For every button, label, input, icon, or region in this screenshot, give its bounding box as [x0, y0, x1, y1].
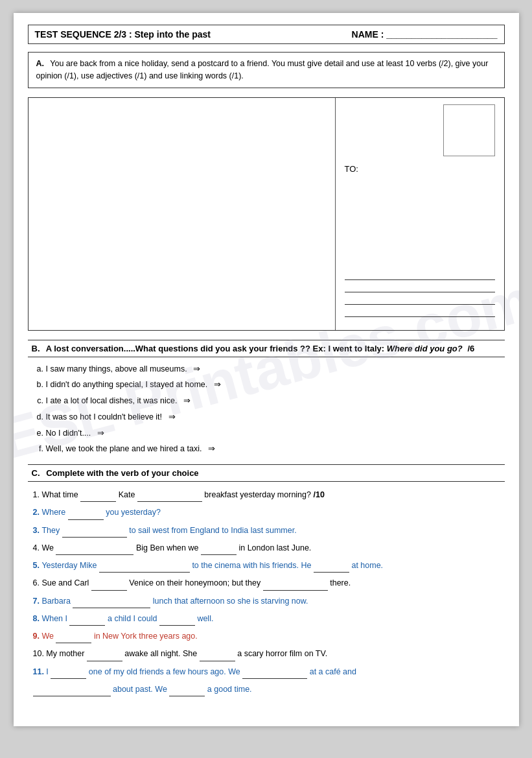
blank [91, 582, 127, 591]
list-item: No I didn't.... ⇒ [46, 427, 505, 440]
blank [99, 563, 190, 573]
list-item: I ate a lot of local dishes, it was nice… [46, 394, 505, 407]
blank [73, 599, 150, 608]
fill-item-11: 11. I one of my old friends a few hours … [33, 665, 500, 679]
section-b-text: A lost conversation.....What questions d… [46, 344, 384, 353]
blank [33, 687, 111, 696]
blank [62, 528, 127, 538]
list-item: It was so hot I couldn't believe it! ⇒ [46, 410, 505, 423]
header-box: TEST SEQUENCE 2/3 : Step into the past N… [28, 25, 505, 44]
stamp-box [443, 104, 495, 156]
item-num: 10. [33, 649, 47, 658]
fill-item-5: 5. Yesterday Mike to the cinema with his… [33, 559, 500, 573]
item-text: No I didn't.... [46, 429, 91, 438]
fill-item-2: 2. Where you yesterday? [33, 506, 500, 519]
list-item: I saw many things, above all museums. ⇒ [46, 362, 505, 375]
section-b-list: I saw many things, above all museums. ⇒ … [46, 362, 505, 456]
item-num: 5. [33, 561, 42, 570]
blank [51, 670, 86, 679]
fill-item-1: 1. What time Kate breakfast yesterday mo… [33, 488, 500, 502]
section-c-header: C. Complete with the verb of your choice [28, 464, 505, 482]
item-text: I ate a lot of local dishes, it was nice… [46, 396, 178, 405]
arrow-icon: ⇒ [214, 378, 221, 391]
list-item: I didn't do anything special, I stayed a… [46, 378, 505, 391]
instruction-box: A. You are back from a nice holiday, sen… [28, 52, 505, 88]
item-num: 1. [33, 490, 42, 499]
blank [69, 617, 105, 626]
fill-items-container: 1. What time Kate breakfast yesterday mo… [28, 488, 505, 696]
header-title: TEST SEQUENCE 2/3 : Step into the past [35, 29, 211, 40]
item-text: I [46, 667, 51, 676]
blank [56, 546, 133, 555]
list-item: Well, we took the plane and we hired a t… [46, 442, 505, 455]
section-a-label: A. [36, 59, 45, 68]
item-text: Well, we took the plane and we hired a t… [46, 444, 202, 453]
blank [56, 634, 91, 643]
item-text: Big Ben when we [136, 543, 201, 552]
item-text: a child I could [108, 614, 159, 623]
address-line-3 [345, 304, 495, 305]
fill-item-8: 8. When I a child I could well. [33, 612, 500, 626]
arrow-icon: ⇒ [208, 442, 215, 455]
item-num: 7. [33, 597, 42, 606]
item-text: We [41, 632, 56, 641]
section-c-label: C. [32, 468, 40, 478]
fill-item-11-cont: about past. We a good time. [33, 683, 500, 696]
item-text: a scary horror film on TV. [237, 649, 327, 658]
arrow-icon: ⇒ [97, 427, 104, 440]
item-text: Kate [119, 490, 137, 499]
blank [242, 670, 307, 679]
item-text: lunch that afternoon so she is starving … [153, 597, 308, 606]
address-line-4 [345, 316, 495, 317]
item-text: Barbara [41, 597, 73, 606]
item-text: breakfast yesterday morning? [204, 490, 313, 499]
item-num: 6. [33, 578, 42, 587]
item-text: in London last June. [238, 543, 311, 552]
arrow-icon: ⇒ [193, 362, 200, 375]
blank [80, 493, 116, 502]
item-num: 4. [33, 543, 42, 552]
section-b-header: B. A lost conversation.....What question… [28, 340, 505, 357]
item-text: about past. We [113, 685, 169, 694]
item-text: Venice on their honeymoon; but they [129, 578, 262, 587]
fill-item-3: 3. They to sail west from England to Ind… [33, 524, 500, 538]
blank [200, 652, 235, 661]
section-b-label: B. [32, 344, 40, 353]
blank [169, 687, 205, 696]
item-text: awake all night. She [124, 649, 199, 658]
item-num: 3. [33, 526, 42, 535]
address-line-1 [345, 279, 495, 280]
blank [201, 546, 237, 555]
item-text: at a café and [310, 667, 356, 676]
item-text: My mother [46, 649, 87, 658]
item-text: at home. [351, 561, 383, 570]
item-num: 2. [33, 508, 42, 517]
item-num: 8. [33, 614, 42, 623]
item-text: Yesterday Mike [41, 561, 98, 570]
blank [68, 511, 104, 520]
fill-item-9: 9. We in New York three years ago. [33, 630, 500, 643]
address-lines [345, 279, 495, 317]
item-text: Where [41, 508, 67, 517]
blank [87, 652, 122, 661]
section-b-score: /6 [467, 344, 474, 353]
item-text: in New York three years ago. [94, 632, 198, 641]
section-c-title: Complete with the verb of your choice [46, 468, 198, 478]
page: ESL Printables.com TEST SEQUENCE 2/3 : S… [14, 13, 519, 726]
fill-item-6: 6. Sue and Carl Venice on their honeymoo… [33, 576, 500, 590]
section-b-example: Where did you go? [387, 344, 463, 353]
score: /10 [313, 490, 324, 499]
item-num: 9. [33, 632, 42, 641]
fill-item-4: 4. We Big Ben when we in London last Jun… [33, 541, 500, 555]
item-text: It was so hot I couldn't believe it! [46, 412, 163, 421]
item-num: 11. [33, 667, 47, 676]
postcard-section: TO: [28, 97, 505, 331]
item-text: We [41, 543, 56, 552]
item-text: to sail west from England to India last … [129, 526, 296, 535]
header-name: NAME : ______________________ [352, 29, 498, 40]
item-text: I saw many things, above all museums. [46, 364, 187, 373]
item-text: They [41, 526, 62, 535]
item-text: What time [41, 490, 80, 499]
postcard-writing-area [29, 98, 336, 330]
arrow-icon: ⇒ [168, 410, 176, 423]
